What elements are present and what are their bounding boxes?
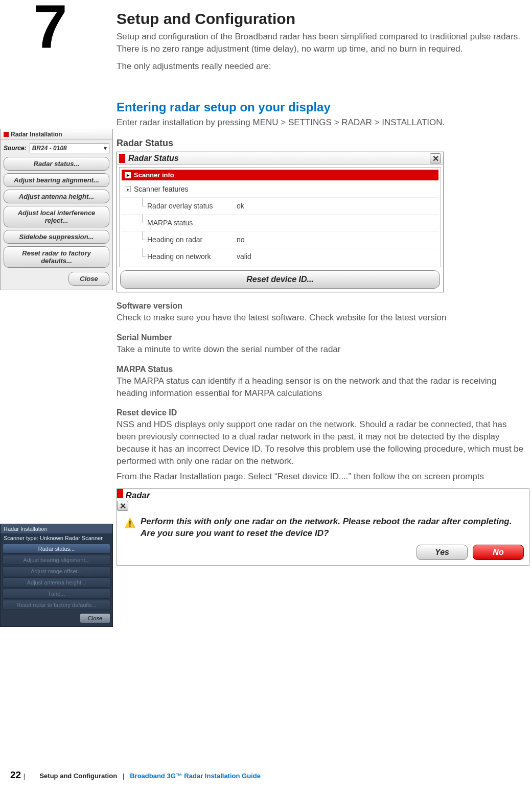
scanner-type-row: Scanner type: Unknown Radar Scanner — [1, 533, 112, 543]
software-version-heading: Software version — [117, 301, 527, 311]
app-icon — [119, 154, 125, 163]
status-value: no — [237, 236, 245, 244]
status-key: Heading on network — [147, 252, 237, 261]
sidelobe-suppression-button[interactable]: Sidelobe suppression... — [4, 230, 109, 244]
status-value: valid — [237, 252, 251, 261]
chapter-number: 7 — [33, 0, 67, 52]
adjust-range-offset-button: Adjust range offset... — [3, 566, 110, 576]
serial-number-heading: Serial Number — [117, 333, 527, 342]
yes-button[interactable]: Yes — [417, 545, 468, 560]
close-button[interactable]: Close — [68, 272, 109, 286]
reset-factory-defaults-button: Reset radar to factory defaults... — [3, 600, 110, 610]
page-footer: 22 | Setup and Configuration | Broadband… — [10, 769, 532, 781]
warning-icon: ⚠️ — [124, 517, 135, 529]
no-button[interactable]: No — [473, 545, 524, 560]
serial-number-body: Take a minute to write down the serial n… — [117, 343, 527, 356]
radar-confirm-titlebar: Radar ✕ — [117, 489, 529, 511]
close-button[interactable]: Close — [80, 613, 110, 623]
radar-installation-dark-dialog: Radar Installation Scanner type: Unknown… — [0, 524, 113, 627]
scanner-type-label: Scanner type: — [4, 535, 38, 541]
intro-adjustments: The only adjustments really needed are: — [117, 60, 527, 73]
footer-separator: | — [24, 772, 25, 780]
radar-confirm-dialog: Radar ✕ ⚠️ Perform this with only one ra… — [117, 488, 529, 566]
adjust-local-interference-button[interactable]: Adjust local interference reject... — [4, 206, 109, 227]
status-kv-row: Heading on network valid — [122, 248, 438, 265]
status-kv-row: Radar overlay status ok — [122, 197, 438, 214]
source-dropdown[interactable]: BR24 - 0108 — [30, 143, 109, 153]
confirm-message: Perform this with only one radar on the … — [141, 516, 522, 540]
entering-radar-body: Enter radar installation by pressing MEN… — [117, 116, 527, 129]
radar-status-heading: Radar Status — [117, 138, 527, 149]
scanner-type-value: Unknown Radar Scanner — [40, 535, 103, 541]
reset-device-id-button[interactable]: Reset device ID... — [120, 270, 440, 289]
radar-confirm-title: Radar — [125, 490, 150, 500]
status-key: Heading on radar — [147, 236, 237, 244]
close-icon[interactable]: ✕ — [117, 501, 128, 511]
source-label: Source: — [4, 145, 27, 152]
radar-installation-dark-title: Radar Installation — [1, 524, 112, 533]
entering-radar-heading: Entering radar setup on your display — [117, 100, 527, 114]
reset-device-id-body-1: NSS and HDS displays only support one ra… — [117, 418, 527, 467]
radar-status-body: ▸ Scanner info ▸ Scanner features Radar … — [119, 167, 441, 267]
footer-separator-2: | — [119, 772, 128, 780]
status-kv-row: Heading on radar no — [122, 231, 438, 248]
marpa-status-heading: MARPA Status — [117, 365, 527, 374]
software-version-body: Check to make sure you have the latest s… — [117, 312, 527, 324]
adjust-antenna-height-button[interactable]: Adjust antenna height... — [4, 190, 109, 203]
reset-device-id-heading: Reset device ID — [117, 408, 527, 417]
adjust-antenna-height-button: Adjust antenna height... — [3, 577, 110, 588]
radar-status-dialog: Radar Status ✕ ▸ Scanner info ▸ Scanner … — [117, 152, 444, 292]
radar-status-button[interactable]: Radar status... — [4, 157, 109, 171]
status-key: Radar overlay status — [147, 202, 237, 210]
marpa-status-body: The MARPA status can identify if a headi… — [117, 375, 527, 400]
expand-icon[interactable]: ▸ — [125, 172, 131, 178]
scanner-features-label: Scanner features — [134, 185, 189, 193]
scanner-info-row[interactable]: ▸ Scanner info — [122, 170, 438, 180]
close-icon[interactable]: ✕ — [430, 153, 441, 163]
expand-icon[interactable]: ▸ — [125, 186, 131, 192]
reset-device-id-body-2: From the Radar Installation page. Select… — [117, 471, 527, 483]
footer-section: Setup and Configuration — [39, 772, 117, 780]
radar-installation-titlebar: Radar Installation — [1, 129, 112, 140]
scanner-info-label: Scanner info — [134, 171, 174, 179]
adjust-bearing-alignment-button: Adjust bearing alignment... — [3, 555, 110, 565]
status-key: MARPA status — [147, 219, 237, 227]
tune-button: Tune... — [3, 589, 110, 599]
page-title: Setup and Configuration — [117, 10, 527, 28]
radar-installation-title: Radar Installation — [11, 131, 62, 138]
radar-installation-dialog: Radar Installation Source: BR24 - 0108 R… — [0, 129, 113, 290]
status-value: ok — [237, 202, 244, 210]
radar-status-button[interactable]: Radar status... — [3, 544, 110, 554]
app-icon — [4, 132, 9, 137]
footer-guide-title: Broadband 3G™ Radar Installation Guide — [130, 772, 261, 780]
page-number: 22 — [10, 769, 21, 780]
radar-status-title: Radar Status — [128, 154, 427, 163]
scanner-features-row[interactable]: ▸ Scanner features — [122, 180, 438, 197]
intro-paragraph: Setup and configuration of the Broadband… — [117, 31, 527, 55]
status-kv-row: MARPA status — [122, 214, 438, 231]
reset-factory-defaults-button[interactable]: Reset radar to factory defaults... — [4, 246, 109, 268]
app-icon — [117, 489, 123, 498]
radar-status-titlebar: Radar Status ✕ — [117, 152, 443, 165]
adjust-bearing-alignment-button[interactable]: Adjust bearing alignment... — [4, 173, 109, 187]
